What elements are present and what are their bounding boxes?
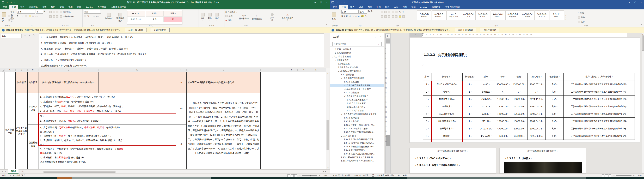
cell-A13-merged[interactable]: 技术评分（26分）	[4, 93, 16, 169]
decimal-icons[interactable]: ←.0 .00→	[93, 16, 99, 17]
align-center-icon[interactable]	[384, 16, 387, 18]
group-label-number[interactable]: 数字	[82, 25, 102, 27]
conditional-formatting-button[interactable]: 条件格式▾	[104, 10, 114, 25]
grow-font-icon[interactable]: A˄	[44, 10, 46, 14]
excel-vertical-scrollbar[interactable]: ▲ ▼	[326, 72, 330, 169]
nav-item[interactable]: ◢1.3.4 信誉要求	[330, 134, 384, 138]
word-count[interactable]: 403/28713 个字	[354, 174, 368, 177]
style-表内正文...[interactable]: AaBbCcD表内正文...	[432, 11, 446, 20]
font-size-combo[interactable]: 9▾	[36, 10, 43, 14]
nav-item[interactable]: ◢1 基本情况表	[330, 59, 384, 62]
redo-icon[interactable]: ↻▾	[10, 2, 12, 4]
column-header-H[interactable]: H	[266, 69, 267, 71]
superscript-icon[interactable]: x²	[356, 15, 357, 17]
get-office-button[interactable]: 获取正版 Office	[455, 28, 476, 32]
nav-item[interactable]: 1.3.4.5 未被中国石油招标投标网...	[330, 152, 384, 156]
cell-style-常规 3[interactable]: 常规 3	[146, 11, 164, 16]
styles-more-icon[interactable]: ▼̲	[565, 19, 566, 20]
cell-style-常规 4[interactable]: 常规 4	[164, 11, 182, 16]
group-label-clipboard[interactable]: 剪贴板	[330, 25, 340, 27]
nav-item[interactable]: 1.3.6 企业名称中未包含“辽河油田”...	[330, 159, 384, 161]
taskbar-app-orange[interactable]	[58, 177, 72, 179]
nav-item[interactable]: 1.3.2.5.1 生产场地照片	[330, 98, 384, 102]
nav-item[interactable]: 1.3.2.5.2 土地使用证	[330, 102, 384, 105]
sheet-nav-right-icon[interactable]: ▶	[5, 170, 6, 172]
nav-item[interactable]: ◢1.3 投标人资格要求响应	[330, 69, 384, 73]
word-zoom-level[interactable]: 140%	[637, 174, 642, 176]
document-page-28[interactable]: ▪ 1.3.2.2 生产设备台账及图片 序号设备名称设备数量型号单价金额购买时间…	[410, 37, 640, 143]
cell-F12[interactable]: 0	[176, 72, 186, 93]
nav-pane-options-icon[interactable]: ⌄	[374, 36, 376, 39]
italic-icon[interactable]: I	[344, 15, 345, 17]
search-icon[interactable]: ⌕	[378, 43, 380, 45]
sheet-grid[interactable]: 失信情况失信情况失信扣分=商务分值（不含报价分值）*10%*失信分/100以中国…	[0, 72, 326, 169]
align-center-icon[interactable]	[53, 16, 55, 18]
cell-style-差[interactable]: 差	[164, 17, 182, 22]
nav-item[interactable]: ◢1.3.3 具有良好的银行资信和企业信誉	[330, 112, 384, 116]
excel-minimize-button[interactable]: ─	[312, 0, 318, 5]
font-color-icon[interactable]: A	[32, 15, 34, 17]
word-minimize-button[interactable]: ─	[626, 0, 632, 5]
print-layout-icon[interactable]	[605, 174, 608, 177]
page-break-view-icon[interactable]	[294, 174, 297, 177]
show-marks-icon[interactable]: ¶	[402, 11, 404, 13]
enter-icon[interactable]: ✓	[28, 34, 30, 37]
undo-icon[interactable]: ↺▾	[336, 2, 338, 4]
nav-item[interactable]: ◢1.3.2.5 生产场地证明文件	[330, 94, 384, 98]
zoom-in-icon[interactable]: ＋	[319, 174, 321, 177]
excel-zoom-level[interactable]: 140%	[322, 174, 328, 176]
collapse-ribbon-icon[interactable]: ⌃	[641, 24, 642, 26]
subscript-icon[interactable]: x₂	[352, 15, 354, 17]
cell-style-常规[interactable]: 常规	[146, 17, 164, 22]
column-header-A[interactable]: A	[9, 69, 10, 71]
nav-item[interactable]: 1.3.3.5 在最近三年没有与骗取合...	[330, 130, 384, 134]
style-正文[interactable]: AaBbCcDd正文	[461, 11, 476, 20]
name-box[interactable]: D14▾	[1, 34, 22, 38]
proofing-icon[interactable]: ✗	[372, 174, 374, 176]
style-Table P...[interactable]: AaBbCcDdTable P...	[491, 11, 505, 20]
excel-tab-页面布局[interactable]: 页面布局	[27, 5, 40, 10]
italic-icon[interactable]: I	[20, 15, 20, 17]
expanded-icon[interactable]: ◢	[338, 70, 339, 72]
get-office-button[interactable]: 获取正版 Office	[125, 28, 146, 32]
currency-icon[interactable]	[84, 15, 86, 17]
grow-font-icon[interactable]: A˄ A˅	[368, 10, 374, 14]
nav-item[interactable]: 1.3.1 营业执照	[330, 73, 384, 76]
style-正文文本[interactable]: AaBbCcDd正文文本	[535, 11, 549, 20]
font-name-combo[interactable]: 宋体▾	[342, 10, 358, 14]
qat-customize-icon[interactable]: ⌄	[344, 2, 346, 4]
expanded-icon[interactable]: ◢	[341, 135, 342, 137]
percent-icon[interactable]: %	[87, 15, 89, 17]
phonetic-icon[interactable]: 文˄	[35, 15, 38, 17]
page-indicator[interactable]: 第 28 页，共 705 页	[332, 174, 350, 177]
shading-icon[interactable]	[399, 16, 401, 18]
font-color-icon[interactable]: A	[365, 15, 366, 17]
cell-G12[interactable]: 以中国石油招标投标网发布的失信行为信息为准。	[186, 72, 260, 93]
group-label-font[interactable]: 字体	[340, 25, 380, 27]
group-label-paragraph[interactable]: 段落	[380, 25, 416, 27]
line-spacing-icon[interactable]	[395, 16, 398, 18]
nav-item[interactable]: 1.3.3.4 2024年度审计报告	[330, 127, 384, 130]
strikethrough-icon[interactable]: ab	[349, 15, 351, 17]
word-tab-Acrobat[interactable]: Acrobat	[418, 5, 430, 10]
nav-search-box[interactable]: 在文档中搜索 ⌕▾	[332, 42, 382, 46]
justify-icon[interactable]	[392, 16, 394, 18]
column-header-G[interactable]: G	[223, 69, 224, 71]
zoom-slider[interactable]	[616, 175, 632, 176]
merge-center-button[interactable]: 合并后居中 ▾	[63, 15, 74, 18]
align-left-icon[interactable]	[49, 16, 52, 18]
paste-button[interactable]: 粘贴▾	[331, 10, 337, 25]
word-tab-帮助[interactable]: 帮助	[409, 5, 418, 10]
copy-button[interactable]: 复制	[8, 14, 14, 18]
word-tab-布局[interactable]: 布局	[366, 5, 374, 10]
number-format-combo[interactable]: 常规▾	[84, 10, 101, 14]
bold-icon[interactable]: B	[342, 15, 343, 17]
insert-function-icon[interactable]: fx	[33, 34, 34, 37]
language-indicator[interactable]: 简体中文(中国大陆)	[377, 174, 394, 177]
orientation-icon[interactable]	[60, 11, 62, 13]
cell-D12[interactable]: 失信扣分=商务分值（不含报价分值）*10%*失信分/10	[38, 72, 99, 93]
wrap-text-button[interactable]: 自动换行	[63, 11, 71, 13]
column-header-J[interactable]: J	[291, 69, 292, 71]
cell-F13[interactable]: 10	[176, 93, 186, 124]
nav-item[interactable]: 1.3.4.4 无行贿犯罪行为	[330, 148, 384, 152]
